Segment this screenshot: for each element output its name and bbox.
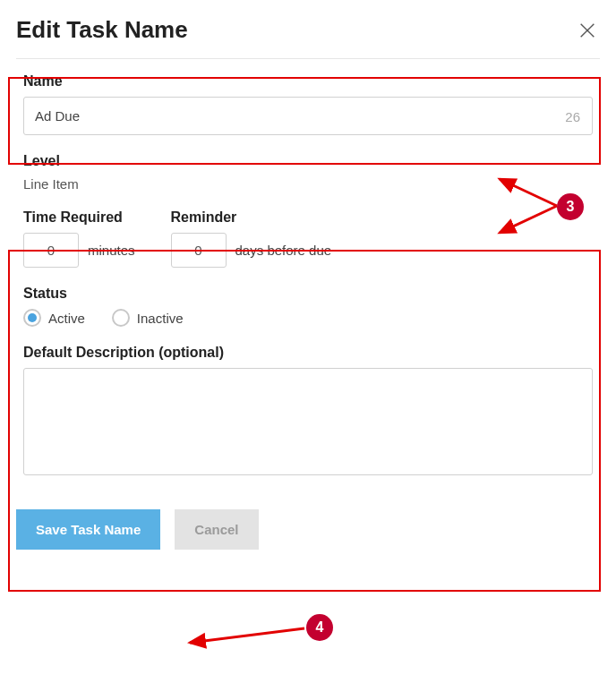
annotation-badge-3: 3 (557, 193, 584, 220)
status-section: Status Active Inactive (16, 277, 600, 336)
status-inactive-label: Inactive (137, 311, 184, 326)
status-active-label: Active (48, 311, 85, 326)
radio-icon (112, 309, 130, 327)
time-required-unit: minutes (88, 243, 135, 258)
reminder-label: Reminder (171, 209, 332, 226)
description-label: Default Description (optional) (23, 345, 593, 361)
annotation-badge-4: 4 (306, 614, 333, 641)
dialog-header: Edit Task Name (16, 16, 600, 59)
name-input-wrap: 26 (23, 97, 593, 135)
name-char-count: 26 (565, 108, 580, 124)
close-icon (578, 21, 597, 40)
dialog-title: Edit Task Name (16, 16, 188, 44)
cancel-button[interactable]: Cancel (175, 509, 258, 550)
description-section: Default Description (optional) (16, 336, 600, 488)
status-radio-inactive[interactable]: Inactive (112, 309, 184, 327)
description-textarea[interactable] (23, 368, 593, 475)
dialog-footer: Save Task Name Cancel (0, 488, 616, 571)
status-radio-active[interactable]: Active (23, 309, 85, 327)
name-input[interactable] (23, 97, 593, 135)
time-reminder-section: Time Required minutes Reminder days befo… (16, 201, 600, 277)
svg-line-4 (190, 628, 304, 643)
close-button[interactable] (575, 18, 600, 43)
time-required-input[interactable] (23, 233, 79, 268)
status-label: Status (23, 286, 593, 302)
reminder-field: Reminder days before due (171, 209, 332, 268)
reminder-unit: days before due (235, 243, 332, 258)
level-label: Level (23, 153, 593, 169)
save-button[interactable]: Save Task Name (16, 509, 160, 550)
name-section: Name 26 (16, 64, 600, 144)
edit-task-dialog: Edit Task Name Name 26 Level Line Item T… (0, 0, 616, 488)
radio-icon (23, 309, 41, 327)
level-section: Level Line Item (16, 144, 600, 201)
time-required-field: Time Required minutes (23, 209, 135, 268)
time-required-label: Time Required (23, 209, 135, 226)
annotation-arrow (179, 618, 322, 653)
level-value: Line Item (23, 176, 593, 192)
name-label: Name (23, 73, 593, 90)
reminder-input[interactable] (171, 233, 227, 268)
